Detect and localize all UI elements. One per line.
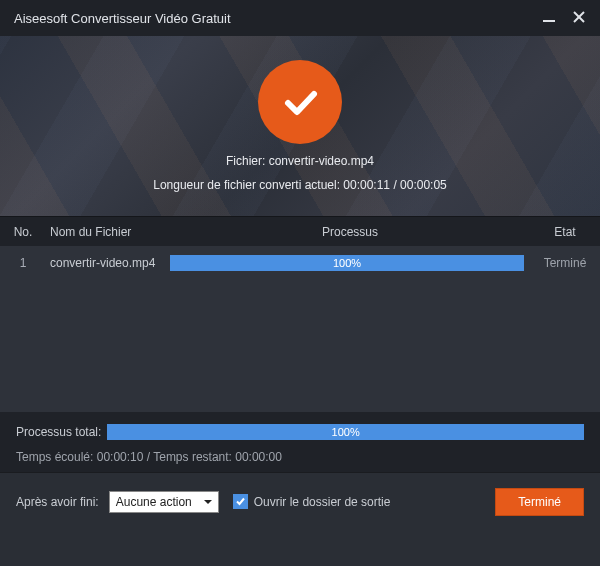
total-progress-bar: 100% xyxy=(107,424,584,440)
after-finish-select[interactable]: Aucune action xyxy=(109,491,219,513)
check-icon xyxy=(235,496,246,507)
window-controls xyxy=(542,10,586,27)
total-progress-percent: 100% xyxy=(332,426,360,438)
close-icon xyxy=(572,10,586,24)
svg-rect-0 xyxy=(543,20,555,22)
time-info: Temps écoulé: 00:00:10 / Temps restant: … xyxy=(16,450,584,464)
status-hero: Fichier: convertir-video.mp4 Longueur de… xyxy=(0,36,600,216)
footer: Après avoir fini: Aucune action Ouvrir l… xyxy=(0,472,600,530)
header-no: No. xyxy=(0,225,46,239)
table-row: 1 convertir-video.mp4 100% Terminé xyxy=(0,246,600,280)
file-label: Fichier: convertir-video.mp4 xyxy=(226,154,374,168)
minimize-icon xyxy=(542,10,556,24)
total-row: Processus total: 100% xyxy=(16,422,584,442)
row-progress-bar: 100% xyxy=(170,255,524,271)
titlebar: Aiseesoft Convertisseur Vidéo Gratuit xyxy=(0,0,600,36)
header-process: Processus xyxy=(170,225,530,239)
checkmark-icon xyxy=(276,78,324,126)
done-button-label: Terminé xyxy=(518,495,561,509)
table-body: 1 convertir-video.mp4 100% Terminé xyxy=(0,246,600,412)
open-folder-checkbox[interactable] xyxy=(233,494,248,509)
row-no: 1 xyxy=(0,256,46,270)
header-name: Nom du Fichier xyxy=(46,225,170,239)
open-folder-option: Ouvrir le dossier de sortie xyxy=(233,494,391,509)
success-badge xyxy=(258,60,342,144)
chevron-down-icon xyxy=(204,495,212,509)
row-filename: convertir-video.mp4 xyxy=(46,256,170,270)
done-button[interactable]: Terminé xyxy=(495,488,584,516)
after-finish-label: Après avoir fini: xyxy=(16,495,99,509)
table-header: No. Nom du Fichier Processus Etat xyxy=(0,216,600,246)
length-label: Longueur de fichier converti actuel: 00:… xyxy=(153,178,447,192)
header-state: Etat xyxy=(530,225,600,239)
row-progress-percent: 100% xyxy=(333,257,361,269)
total-label: Processus total: xyxy=(16,425,101,439)
row-state: Terminé xyxy=(530,256,600,270)
total-section: Processus total: 100% Temps écoulé: 00:0… xyxy=(0,412,600,472)
minimize-button[interactable] xyxy=(542,10,556,27)
app-title: Aiseesoft Convertisseur Vidéo Gratuit xyxy=(14,11,231,26)
open-folder-label: Ouvrir le dossier de sortie xyxy=(254,495,391,509)
select-value: Aucune action xyxy=(116,495,192,509)
close-button[interactable] xyxy=(572,10,586,27)
